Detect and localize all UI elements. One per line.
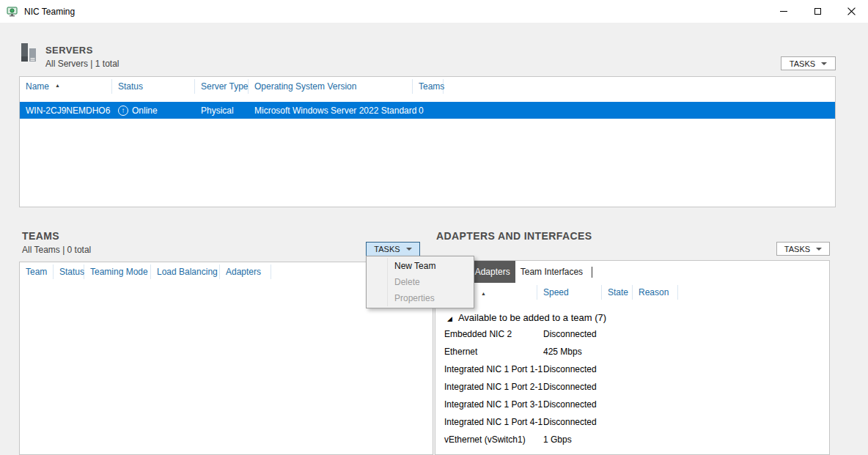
online-up-arrow-icon <box>118 106 128 116</box>
menu-item-delete: Delete <box>367 274 474 290</box>
adapter-speed: Disconnected <box>537 399 597 410</box>
tab-caret <box>592 267 592 278</box>
column-header-teaming-mode[interactable]: Teaming Mode <box>84 265 151 279</box>
adapter-row[interactable]: Integrated NIC 1 Port 3-1 Disconnected <box>435 396 829 413</box>
server-row-selected[interactable]: WIN-2CJ9NEMDHO6 Online Physical Microsof… <box>20 102 835 119</box>
adapters-table-header: Speed State Reason <box>435 283 829 302</box>
column-header-load-balancing[interactable]: Load Balancing <box>151 265 220 279</box>
server-os-version: Microsoft Windows Server 2022 Standard <box>249 106 413 116</box>
server-status: Online <box>132 106 158 116</box>
teams-tasks-menu: New Team Delete Properties <box>366 256 474 308</box>
menu-item-new-team[interactable]: New Team <box>367 258 474 274</box>
minimize-icon <box>780 11 787 12</box>
window-title: NIC Teaming <box>24 7 75 17</box>
teams-section-subtitle: All Teams | 0 total <box>22 245 91 255</box>
chevron-down-icon <box>821 62 827 65</box>
adapters-tasks-label: TASKS <box>784 245 810 254</box>
maximize-button[interactable] <box>801 0 834 23</box>
adapters-tasks-button[interactable]: TASKS <box>776 242 830 256</box>
column-header-name-label: Name <box>26 81 49 92</box>
adapter-name: Integrated NIC 1 Port 3-1 <box>435 399 537 410</box>
server-name: WIN-2CJ9NEMDHO6 <box>20 106 112 116</box>
adapter-speed: Disconnected <box>537 329 597 339</box>
column-header-speed[interactable]: Speed <box>537 285 602 300</box>
adapter-row[interactable]: Ethernet 425 Mbps <box>435 343 829 360</box>
close-button[interactable] <box>834 0 868 23</box>
server-type: Physical <box>195 106 249 116</box>
servers-icon <box>19 42 39 62</box>
column-header-teams[interactable]: Teams <box>413 79 444 94</box>
teams-section-title: TEAMS <box>22 230 59 242</box>
adapter-row[interactable]: vEthernet (vSwitch1) 1 Gbps <box>435 431 829 448</box>
server-teams-count: 0 <box>413 106 444 116</box>
adapter-speed: Disconnected <box>537 382 597 392</box>
maximize-icon <box>814 8 821 15</box>
adapter-name: Embedded NIC 2 <box>435 329 537 339</box>
servers-table-header: Name Status Server Type Operating System… <box>20 77 835 96</box>
adapters-section-title: ADAPTERS AND INTERFACES <box>436 230 592 242</box>
group-expanded-icon <box>447 312 452 323</box>
servers-section-subtitle: All Servers | 1 total <box>45 59 119 69</box>
servers-tasks-label: TASKS <box>790 59 815 68</box>
adapter-row[interactable]: Integrated NIC 1 Port 1-1 Disconnected <box>435 360 829 378</box>
adapter-group-label: Available to be added to a team (7) <box>458 312 606 323</box>
column-header-state[interactable]: State <box>602 285 633 300</box>
adapter-group-row[interactable]: Available to be added to a team (7) <box>435 309 829 325</box>
tab-team-interfaces[interactable]: Team Interfaces <box>515 261 588 283</box>
column-header-team[interactable]: Team <box>20 265 54 279</box>
servers-tasks-button[interactable]: TASKS <box>781 56 836 70</box>
column-header-reason[interactable]: Reason <box>633 285 678 300</box>
servers-table: Name Status Server Type Operating System… <box>19 76 836 207</box>
column-header-status[interactable]: Status <box>112 79 195 94</box>
adapters-panel: Network Adapters Team Interfaces Speed S… <box>435 260 830 455</box>
column-header-filler <box>444 79 835 94</box>
column-header-team-status[interactable]: Status <box>54 265 84 279</box>
column-header-name[interactable]: Name <box>20 79 112 94</box>
servers-section-title: SERVERS <box>45 45 93 56</box>
teams-tasks-label: TASKS <box>374 245 400 254</box>
adapter-name: Integrated NIC 1 Port 2-1 <box>435 382 537 392</box>
adapter-speed: 1 Gbps <box>537 434 572 445</box>
adapter-name: Integrated NIC 1 Port 4-1 <box>435 417 537 427</box>
chevron-down-icon <box>406 248 412 251</box>
column-header-filler <box>678 285 829 300</box>
sort-ascending-icon <box>55 79 60 89</box>
adapter-speed: Disconnected <box>537 417 597 427</box>
column-header-adapters[interactable]: Adapters <box>220 265 271 279</box>
menu-item-properties: Properties <box>367 290 474 306</box>
minimize-button[interactable] <box>767 0 801 23</box>
adapter-name: Ethernet <box>435 347 537 357</box>
adapter-row[interactable]: Integrated NIC 1 Port 4-1 Disconnected <box>435 413 829 431</box>
app-icon <box>7 6 18 18</box>
nic-teaming-window: NIC Teaming SERVERS All Servers | 1 tota… <box>0 0 868 455</box>
adapter-speed: Disconnected <box>537 364 597 374</box>
column-header-os-version[interactable]: Operating System Version <box>249 79 413 94</box>
window-controls <box>767 0 868 23</box>
window-titlebar: NIC Teaming <box>0 0 868 23</box>
adapter-speed: 425 Mbps <box>537 347 582 357</box>
adapters-tabstrip: Network Adapters Team Interfaces <box>435 261 829 283</box>
sort-ascending-icon <box>481 287 486 297</box>
chevron-down-icon <box>816 248 822 251</box>
adapter-name: Integrated NIC 1 Port 1-1 <box>435 364 537 374</box>
adapter-row[interactable]: Embedded NIC 2 Disconnected <box>435 325 829 343</box>
adapter-name: vEthernet (vSwitch1) <box>435 434 537 445</box>
teams-tasks-button[interactable]: TASKS <box>366 242 420 256</box>
adapter-row[interactable]: Integrated NIC 1 Port 2-1 Disconnected <box>435 378 829 396</box>
server-status-cell: Online <box>112 106 195 116</box>
column-header-server-type[interactable]: Server Type <box>195 79 249 94</box>
close-icon <box>847 7 856 15</box>
